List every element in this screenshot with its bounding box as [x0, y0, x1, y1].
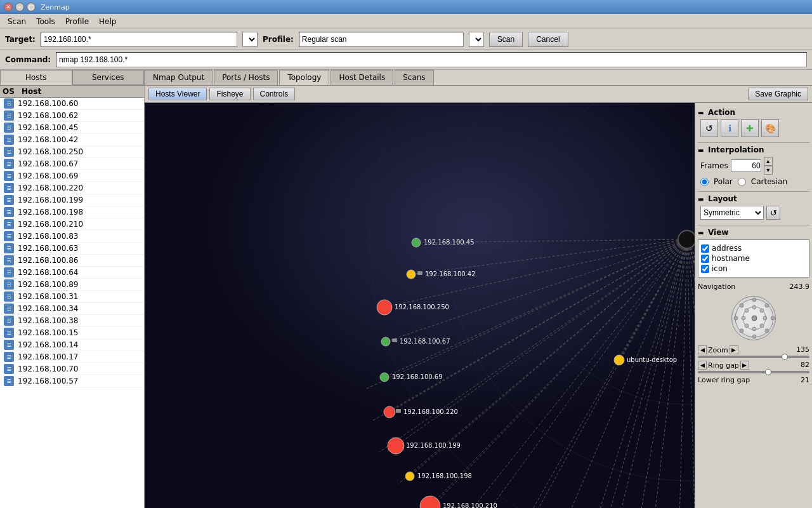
menu-profile[interactable]: Profile: [60, 16, 94, 27]
hosts-tab[interactable]: Hosts: [0, 70, 72, 85]
svg-point-44: [407, 270, 416, 279]
zoom-left-btn[interactable]: ◀: [698, 345, 707, 354]
cancel-button[interactable]: Cancel: [528, 32, 568, 47]
action-color-btn[interactable]: 🎨: [761, 119, 779, 137]
host-row[interactable]: ☰ 192.168.100.60: [0, 98, 144, 110]
zoom-right-btn[interactable]: ▶: [730, 345, 738, 354]
host-row[interactable]: ☰ 192.168.100.62: [0, 110, 144, 122]
controls-button[interactable]: Controls: [253, 88, 296, 100]
host-row[interactable]: ☰ 192.168.100.83: [0, 231, 144, 243]
tab-ports-hosts[interactable]: Ports / Hosts: [214, 70, 278, 85]
action-add-btn[interactable]: ✚: [741, 119, 759, 137]
divider-3: [698, 225, 809, 225]
host-row[interactable]: ☰ 192.168.100.70: [0, 363, 144, 375]
maximize-button[interactable]: □: [27, 3, 36, 11]
host-row[interactable]: ☰ 192.168.100.198: [0, 206, 144, 218]
zoom-thumb[interactable]: [782, 354, 788, 360]
host-ip: 192.168.100.57: [18, 377, 78, 385]
target-input[interactable]: [41, 32, 237, 47]
host-row[interactable]: ☰ 192.168.100.86: [0, 255, 144, 267]
view-address-check[interactable]: [701, 244, 709, 253]
window-controls[interactable]: ✕ − □: [4, 3, 36, 11]
svg-point-59: [405, 472, 414, 481]
host-row[interactable]: ☰ 192.168.100.42: [0, 134, 144, 146]
action-section-header[interactable]: ▬ Action: [698, 108, 809, 117]
tab-nmap-output[interactable]: Nmap Output: [145, 70, 213, 85]
frames-up-btn[interactable]: ▲: [764, 157, 773, 166]
view-icon-check[interactable]: [701, 265, 709, 273]
menu-tools[interactable]: Tools: [31, 16, 60, 27]
ring-gap-left-btn[interactable]: ◀: [698, 361, 707, 370]
menu-scan[interactable]: Scan: [3, 16, 31, 27]
target-dropdown[interactable]: [242, 32, 258, 47]
nav-wheel[interactable]: [731, 296, 776, 340]
cartesian-radio[interactable]: [738, 178, 746, 186]
zoom-track[interactable]: [698, 356, 809, 358]
os-icon-img: ☰: [4, 195, 14, 205]
host-row[interactable]: ☰ 192.168.100.31: [0, 291, 144, 303]
tab-topology[interactable]: Topology: [279, 70, 329, 85]
fisheye-button[interactable]: Fisheye: [209, 88, 250, 100]
layout-section-header[interactable]: ▬ Layout: [698, 194, 809, 203]
tab-scans[interactable]: Scans: [395, 70, 433, 85]
host-row[interactable]: ☰ 192.168.100.250: [0, 146, 144, 158]
interpolation-toggle-icon: ▬: [698, 147, 705, 154]
host-row[interactable]: ☰ 192.168.100.57: [0, 375, 144, 387]
polar-radio[interactable]: [700, 178, 709, 186]
view-section-header[interactable]: ▬ View: [698, 228, 809, 237]
menu-help[interactable]: Help: [94, 16, 121, 27]
host-ip: 192.168.100.62: [18, 111, 78, 120]
tab-host-details[interactable]: Host Details: [331, 70, 393, 85]
os-icon: ☰: [3, 147, 15, 157]
profile-dropdown[interactable]: [469, 32, 484, 47]
host-ip: 192.168.100.45: [18, 123, 78, 132]
interpolation-section-header[interactable]: ▬ Interpolation: [698, 145, 809, 154]
host-row[interactable]: ☰ 192.168.100.89: [0, 279, 144, 291]
host-row[interactable]: ☰ 192.168.100.67: [0, 158, 144, 170]
os-icon: ☰: [3, 98, 15, 109]
host-row[interactable]: ☰ 192.168.100.17: [0, 351, 144, 363]
os-icon: ☰: [3, 340, 15, 350]
host-row[interactable]: ☰ 192.168.100.15: [0, 327, 144, 339]
host-row[interactable]: ☰ 192.168.100.64: [0, 267, 144, 279]
os-icon: ☰: [3, 328, 15, 338]
ring-gap-right-btn[interactable]: ▶: [740, 361, 749, 370]
action-refresh-btn[interactable]: ↺: [700, 119, 718, 137]
view-label: View: [708, 228, 728, 237]
host-row[interactable]: ☰ 192.168.100.34: [0, 303, 144, 315]
host-row[interactable]: ☰ 192.168.100.14: [0, 339, 144, 351]
os-icon-img: ☰: [4, 98, 14, 109]
profile-input[interactable]: [299, 32, 464, 47]
action-info-btn[interactable]: ℹ: [721, 119, 738, 137]
interpolation-section-content: Frames ▲ ▼ Polar Cartesian: [698, 157, 809, 186]
host-row[interactable]: ☰ 192.168.100.69: [0, 170, 144, 182]
zoom-label: Zoom: [708, 346, 728, 354]
save-graphic-button[interactable]: Save Graphic: [748, 88, 808, 100]
host-row[interactable]: ☰ 192.168.100.63: [0, 243, 144, 255]
host-row[interactable]: ☰ 192.168.100.199: [0, 194, 144, 206]
services-tab[interactable]: Services: [72, 70, 145, 85]
scan-button[interactable]: Scan: [489, 32, 523, 47]
command-input[interactable]: [56, 52, 807, 67]
ring-gap-track[interactable]: [698, 371, 809, 373]
action-section-content: ↺ ℹ ✚ 🎨: [698, 119, 809, 137]
layout-refresh-btn[interactable]: ↺: [766, 206, 780, 220]
minimize-button[interactable]: −: [15, 3, 24, 11]
host-row[interactable]: ☰ 192.168.100.210: [0, 218, 144, 231]
host-row[interactable]: ☰ 192.168.100.220: [0, 182, 144, 194]
host-row[interactable]: ☰ 192.168.100.38: [0, 315, 144, 327]
os-icon: ☰: [3, 279, 15, 290]
frames-row: Frames ▲ ▼: [700, 157, 809, 175]
host-ip: 192.168.100.38: [18, 316, 78, 325]
view-hostname-check[interactable]: [701, 255, 709, 263]
layout-select[interactable]: Symmetric Radial Tree: [700, 206, 764, 220]
close-button[interactable]: ✕: [4, 3, 13, 11]
svg-text:ubuntu-desktop: ubuntu-desktop: [627, 356, 677, 363]
host-ip: 192.168.100.89: [18, 280, 78, 289]
host-row[interactable]: ☰ 192.168.100.45: [0, 122, 144, 134]
frames-down-btn[interactable]: ▼: [764, 166, 773, 175]
hosts-viewer-button[interactable]: Hosts Viewer: [148, 88, 207, 100]
frames-input[interactable]: [731, 159, 761, 172]
ring-gap-thumb[interactable]: [765, 369, 771, 375]
right-panel: Nmap Output Ports / Hosts Topology Host …: [145, 70, 812, 508]
